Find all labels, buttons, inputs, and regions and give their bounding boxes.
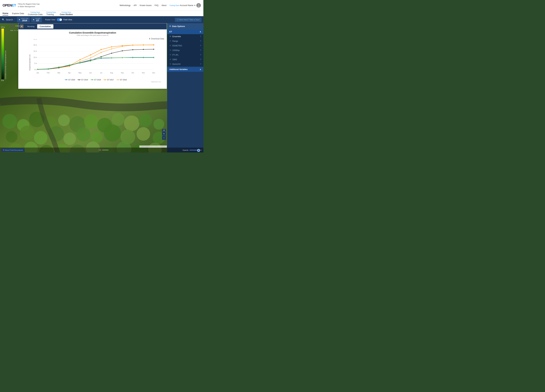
- svg-point-22: [112, 113, 124, 126]
- svg-point-125: [101, 57, 102, 58]
- chart-title: Cumulative Ensemble Evapotranspiration: [21, 31, 164, 34]
- nav-case-studies[interactable]: Case Studies: [60, 12, 73, 16]
- et-item-eemetric[interactable]: 👁 EEMETRIC ?: [167, 43, 203, 48]
- svg-point-20: [84, 114, 98, 128]
- svg-text:Apr: Apr: [68, 72, 71, 74]
- svg-point-75: [80, 61, 81, 62]
- additional-variables-header[interactable]: Additional Variables ∧: [167, 67, 203, 72]
- svg-point-87: [80, 59, 81, 60]
- nav-api[interactable]: API: [134, 4, 137, 6]
- opacity-label: Opacity: [183, 149, 188, 151]
- help-icon-ptjpl[interactable]: ?: [200, 54, 201, 56]
- help-icon-range[interactable]: ?: [200, 40, 201, 42]
- logo[interactable]: OPENET: [3, 3, 16, 7]
- svg-text:Jul: Jul: [100, 72, 102, 74]
- et-item-ptjpl[interactable]: 👁 PT-JPL ?: [167, 53, 203, 57]
- nav-known-issues[interactable]: Known Issues: [140, 4, 152, 6]
- help-icon-ssebop[interactable]: ?: [200, 49, 201, 51]
- eye-icon: 👁: [169, 40, 171, 42]
- svg-point-32: [91, 131, 103, 143]
- svg-point-27: [20, 126, 34, 141]
- svg-point-28: [34, 131, 47, 145]
- variable-dropdown[interactable]: ▼ Variable ET: [31, 17, 42, 22]
- svg-point-120: [48, 68, 49, 69]
- svg-text:5 in: 5 in: [34, 63, 37, 64]
- view-toggle-switch[interactable]: [57, 18, 62, 21]
- account-area: Coming Soon Account Name ▼: [170, 3, 201, 8]
- legend-et2018[interactable]: ET 2018: [91, 79, 101, 81]
- logo-tagline: Filling the Biggest Data Gap in Water Ma…: [18, 3, 40, 8]
- chart-body: Cumulative Ensemble Evapotranspiration C…: [19, 29, 167, 89]
- nav-faq[interactable]: FAQ: [155, 4, 158, 6]
- tab-cumulative[interactable]: Cumulative: [37, 24, 53, 29]
- svg-point-0: [198, 4, 199, 6]
- help-icon-ensemble[interactable]: ?: [200, 35, 201, 38]
- legend-et2017[interactable]: ET 2017: [103, 79, 114, 81]
- toolbar: 🔍 Search ▼ Select Year 2019 ▼ Variable E…: [0, 16, 203, 23]
- eye-icon: 👁: [169, 63, 171, 65]
- svg-point-30: [63, 133, 76, 145]
- chart-svg[interactable]: 0 in 5 in 10 in 15 in 20 in 25 in Jan Fe…: [31, 39, 161, 77]
- svg-point-130: [153, 57, 154, 58]
- tab-monthly[interactable]: Monthly: [25, 24, 37, 29]
- et-item-disalexi[interactable]: 👁 DisALEXI ?: [167, 62, 203, 66]
- legend-et2016[interactable]: ET 2016: [117, 79, 127, 81]
- zoom-out-button[interactable]: −: [162, 136, 166, 140]
- et-item-ensemble[interactable]: 👁 Ensemble ?: [167, 34, 203, 39]
- nav-training[interactable]: Training: [46, 12, 54, 16]
- svg-point-24: [139, 114, 152, 127]
- toolbar-divider: [15, 18, 15, 22]
- svg-point-90: [111, 46, 112, 47]
- svg-text:Nov: Nov: [142, 72, 145, 74]
- svg-point-136: [92, 79, 93, 80]
- nav-explore-data[interactable]: Explore Data: [12, 12, 24, 15]
- chart-close-button[interactable]: ✕: [20, 24, 24, 28]
- legend-et2020[interactable]: ET 2020: [65, 79, 75, 81]
- nav-methodology[interactable]: Methodology: [120, 4, 131, 6]
- field-boundaries-button[interactable]: ⊞ About Field Boundaries: [1, 148, 25, 152]
- svg-text:Dec: Dec: [152, 72, 155, 74]
- account-name[interactable]: Account Name: [180, 4, 193, 6]
- et-section-header[interactable]: ET ∧: [167, 29, 203, 34]
- et-item-range[interactable]: 👁 Range ?: [167, 39, 203, 43]
- svg-text:25 in: 25 in: [34, 39, 37, 40]
- nav-about[interactable]: About: [161, 4, 166, 6]
- et-item-ssebop[interactable]: 👁 SSEBop ?: [167, 48, 203, 53]
- svg-point-94: [153, 44, 154, 45]
- help-circle-icon: ⓘ: [177, 18, 179, 21]
- et-item-sims[interactable]: 👁 SIMS ?: [167, 57, 203, 62]
- help-icon-eemetric[interactable]: ?: [200, 45, 201, 47]
- svg-text:Jun: Jun: [89, 72, 92, 74]
- chart-wrapper[interactable]: Evapotranspiration (in) 0 in 5 in 10 in …: [21, 37, 164, 87]
- search-box[interactable]: 🔍 Search: [2, 18, 13, 21]
- help-icon-sims[interactable]: ?: [200, 58, 201, 61]
- cities-toggle-switch[interactable]: [10, 25, 14, 27]
- top-navigation: OPENET Filling the Biggest Data Gap in W…: [0, 0, 203, 11]
- svg-point-31: [76, 128, 90, 141]
- svg-text:Mar: Mar: [57, 72, 60, 74]
- top-nav-links: Methodology | API | Known Issues | FAQ |…: [120, 3, 201, 8]
- main-area: 47 in Cumulative Ensemble Evapotranspira…: [0, 23, 203, 153]
- chart-tabs-bar: ✕ Monthly Cumulative: [19, 23, 167, 29]
- select-year-dropdown[interactable]: ▼ Select Year 2019: [17, 17, 30, 22]
- in-unit[interactable]: in: [17, 29, 18, 31]
- legend-et2019[interactable]: ET 2019: [78, 79, 88, 81]
- mm-unit[interactable]: mm: [10, 29, 13, 31]
- svg-text:Sep: Sep: [121, 72, 124, 74]
- nav-home[interactable]: Home: [3, 12, 8, 15]
- svg-point-124: [90, 61, 91, 61]
- help-icon-disalexi[interactable]: ?: [200, 63, 201, 65]
- svg-point-93: [143, 44, 144, 45]
- zoom-in-button[interactable]: +: [162, 132, 166, 136]
- new-here-button[interactable]: ⓘ New Here? Take a Tour!: [175, 18, 201, 22]
- svg-point-129: [143, 57, 144, 58]
- opacity-slider[interactable]: [189, 150, 202, 150]
- zoom-level: 12: [162, 129, 166, 132]
- cities-toggle[interactable]: Cities: [10, 25, 20, 27]
- svg-point-121: [58, 67, 59, 68]
- svg-point-1: [197, 6, 200, 8]
- nav-customize-data[interactable]: Customize Data: [28, 12, 43, 16]
- bottom-bar: ⊞ About Field Boundaries 1 in Opacity: [0, 147, 203, 153]
- user-avatar[interactable]: [196, 3, 201, 8]
- svg-point-126: [111, 57, 112, 58]
